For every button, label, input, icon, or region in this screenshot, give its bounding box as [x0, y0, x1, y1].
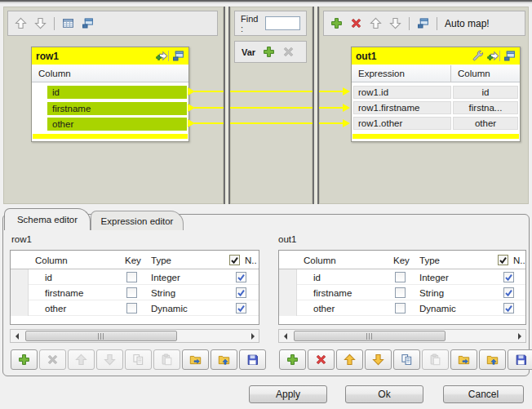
row-selector-cell — [279, 300, 297, 316]
input-row-other[interactable]: other — [33, 118, 187, 131]
input-column-cell[interactable]: firstname — [47, 102, 187, 115]
link-line-firstname — [194, 107, 344, 109]
input-row-id[interactable]: id — [33, 86, 187, 99]
nullable-checkbox[interactable] — [503, 287, 514, 298]
automap-button[interactable]: Auto map! — [445, 18, 490, 29]
key-checkbox[interactable] — [395, 287, 406, 298]
type-cell[interactable]: String — [144, 288, 223, 298]
schema-row-other[interactable]: other Dynamic — [11, 300, 259, 316]
table-view-icon[interactable] — [62, 17, 74, 29]
nullable-checkbox[interactable] — [236, 272, 246, 282]
minimize-window-icon[interactable] — [417, 17, 429, 29]
row-selector-cell — [33, 118, 47, 131]
type-header: Type — [144, 251, 223, 269]
type-cell[interactable]: Integer — [413, 273, 491, 282]
output-row-other[interactable]: row1.other other — [353, 117, 518, 130]
scroll-right-icon[interactable] — [246, 330, 259, 342]
output-toolbar: Auto map! — [323, 11, 525, 36]
expression-cell[interactable]: row1.id — [353, 86, 451, 99]
find-input[interactable] — [265, 16, 300, 30]
move-up-button[interactable] — [336, 349, 363, 370]
column-cell[interactable]: id — [453, 86, 518, 99]
input-toolbar — [7, 11, 218, 36]
key-checkbox[interactable] — [126, 272, 137, 282]
window-top-edge-highlight — [0, 2, 532, 3]
add-link-icon[interactable] — [487, 50, 499, 62]
move-up-icon[interactable] — [370, 17, 382, 29]
expression-cell[interactable]: row1.firstname — [353, 101, 451, 114]
nullable-checkbox[interactable] — [503, 303, 514, 313]
scroll-left-icon[interactable] — [11, 330, 23, 342]
export-schema-button[interactable] — [479, 349, 506, 370]
output-row-firstname[interactable]: row1.firstname firstna... — [353, 101, 518, 114]
minimize-window-icon[interactable] — [172, 50, 184, 62]
key-checkbox[interactable] — [395, 303, 406, 313]
import-schema-button[interactable] — [182, 349, 209, 370]
move-up-icon[interactable] — [15, 17, 27, 29]
minimize-window-icon[interactable] — [503, 50, 516, 62]
type-cell[interactable]: String — [413, 288, 491, 298]
scroll-right-icon[interactable] — [513, 330, 525, 342]
table-footer-strip — [352, 134, 519, 139]
input-table-header: row1 — [32, 47, 188, 65]
copy-button[interactable] — [393, 349, 420, 370]
schema-row-id[interactable]: id Integer — [279, 269, 525, 285]
key-checkbox[interactable] — [126, 287, 137, 298]
pane-divider-left[interactable] — [224, 7, 230, 204]
move-down-icon[interactable] — [34, 17, 47, 29]
nullable-checkbox[interactable] — [236, 303, 246, 313]
add-column-button[interactable] — [11, 349, 38, 370]
type-cell[interactable]: Dynamic — [144, 304, 223, 313]
schema-row-id[interactable]: id Integer — [11, 269, 259, 285]
scroll-left-icon[interactable] — [279, 330, 291, 342]
schema-row-firstname[interactable]: firstname String — [11, 285, 259, 300]
column-cell[interactable]: other — [453, 117, 518, 130]
add-column-button[interactable] — [279, 349, 306, 370]
key-checkbox[interactable] — [395, 272, 406, 282]
add-link-icon[interactable] — [156, 50, 168, 62]
output-row-id[interactable]: row1.id id — [353, 86, 518, 99]
schema-right-title: out1 — [278, 234, 296, 244]
save-schema-button[interactable] — [239, 349, 266, 370]
remove-column-button[interactable] — [308, 349, 335, 370]
column-cell: firstname — [29, 288, 118, 298]
ok-button[interactable]: Ok — [345, 385, 423, 403]
nullable-header: N.. — [491, 251, 525, 269]
select-all-checkbox[interactable] — [498, 255, 508, 265]
save-schema-button[interactable] — [508, 349, 532, 370]
key-checkbox[interactable] — [126, 303, 137, 313]
key-header: Key — [387, 251, 413, 269]
schema-row-firstname[interactable]: firstname String — [279, 285, 525, 300]
tab-schema-editor[interactable]: Schema editor — [4, 208, 91, 230]
import-schema-button[interactable] — [450, 349, 477, 370]
input-column-cell[interactable]: id — [47, 86, 187, 99]
input-row-firstname[interactable]: firstname — [33, 102, 187, 115]
type-cell[interactable]: Dynamic — [413, 304, 491, 313]
cancel-button[interactable]: Cancel — [443, 385, 524, 403]
schema-row-other[interactable]: other Dynamic — [279, 300, 525, 316]
move-down-icon[interactable] — [389, 17, 401, 29]
input-column-cell[interactable]: other — [47, 118, 187, 131]
column-header: Column — [32, 69, 71, 78]
add-var-icon[interactable] — [263, 46, 275, 58]
remove-output-icon[interactable] — [350, 17, 362, 29]
minimize-window-icon[interactable] — [82, 17, 94, 29]
schema-left-hscrollbar[interactable] — [10, 329, 259, 343]
pane-divider-right[interactable] — [313, 7, 319, 204]
apply-button[interactable]: Apply — [249, 385, 327, 403]
select-all-checkbox[interactable] — [229, 255, 240, 265]
expression-cell[interactable]: row1.other — [353, 117, 451, 130]
column-cell[interactable]: firstna... — [453, 101, 518, 114]
nullable-checkbox[interactable] — [236, 287, 246, 298]
nullable-checkbox[interactable] — [503, 272, 514, 282]
tab-expression-editor[interactable]: Expression editor — [91, 211, 184, 230]
scrollbar-thumb[interactable] — [25, 331, 177, 341]
schema-right-hscrollbar[interactable] — [278, 329, 526, 343]
type-cell[interactable]: Integer — [144, 273, 223, 282]
expression-header: Expression — [352, 65, 451, 82]
move-down-button[interactable] — [365, 349, 392, 370]
scrollbar-thumb[interactable] — [294, 331, 446, 341]
export-schema-button[interactable] — [211, 349, 237, 370]
wrench-icon[interactable] — [472, 50, 484, 62]
add-output-icon[interactable] — [330, 17, 343, 29]
